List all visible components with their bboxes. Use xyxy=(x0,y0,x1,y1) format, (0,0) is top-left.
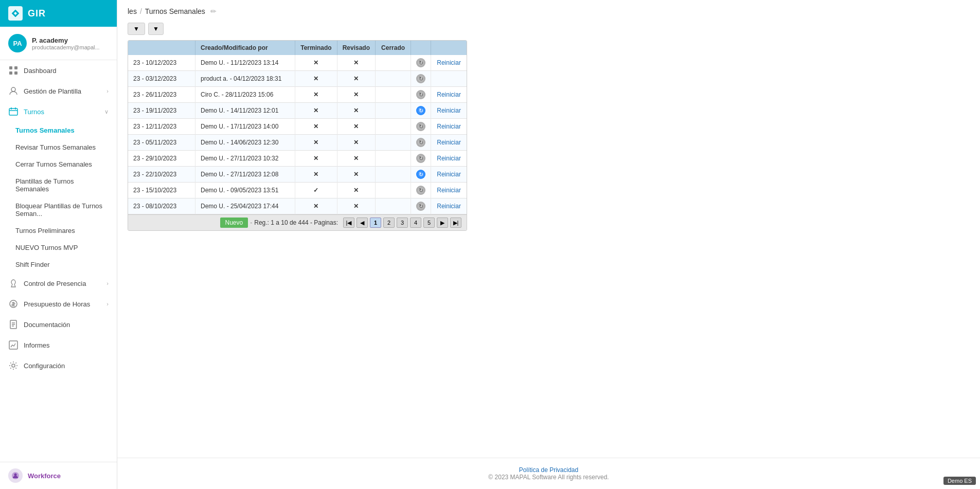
cell-reiniciar xyxy=(431,71,467,87)
sidebar-item-documentacion-label: Documentación xyxy=(24,321,109,329)
sidebar-item-turnos[interactable]: Turnos ∨ xyxy=(0,101,117,122)
cell-reload[interactable]: ↻ xyxy=(411,135,431,151)
cell-terminado: ✕ xyxy=(295,119,337,135)
sidebar: GIR PA P. academy productacademy@mapal..… xyxy=(0,0,117,489)
pagination-page-3[interactable]: 3 xyxy=(397,218,408,228)
revisado-mark: ✕ xyxy=(353,123,359,130)
informes-icon xyxy=(8,340,19,350)
cell-revisado: ✕ xyxy=(337,183,375,198)
sidebar-item-gestion-plantilla[interactable]: Gestión de Plantilla › xyxy=(0,81,117,101)
reiniciar-link[interactable]: Reiniciar xyxy=(437,59,461,66)
sidebar-item-configuracion[interactable]: Configuración xyxy=(0,355,117,376)
cell-revisado: ✕ xyxy=(337,103,375,119)
cell-terminado: ✕ xyxy=(295,55,337,71)
reload-button[interactable]: ↻ xyxy=(416,154,425,163)
reload-button[interactable]: ↻ xyxy=(416,186,425,195)
pagination-page-4[interactable]: 4 xyxy=(410,218,421,228)
reload-button[interactable]: ↻ xyxy=(416,106,425,115)
table-row: 23 - 26/11/2023 Ciro C. - 28/11/2023 15:… xyxy=(128,87,467,103)
reiniciar-link[interactable]: Reiniciar xyxy=(437,91,461,98)
reiniciar-link[interactable]: Reiniciar xyxy=(437,203,461,210)
reiniciar-link[interactable]: Reiniciar xyxy=(437,107,461,114)
reload-button[interactable]: ↻ xyxy=(416,90,425,99)
sidebar-item-cerrar-turnos[interactable]: Cerrar Turnos Semanales xyxy=(0,156,117,173)
sidebar-item-documentacion[interactable]: Documentación xyxy=(0,314,117,335)
reload-button[interactable]: ↻ xyxy=(416,74,425,83)
revisado-mark: ✕ xyxy=(353,59,359,66)
sidebar-item-dashboard[interactable]: Dashboard xyxy=(0,60,117,81)
cell-cerrado xyxy=(376,55,411,71)
reload-button[interactable]: ↻ xyxy=(416,122,425,131)
sidebar-item-dashboard-label: Dashboard xyxy=(24,67,109,75)
cell-reload[interactable]: ↻ xyxy=(411,151,431,167)
reiniciar-link[interactable]: Reiniciar xyxy=(437,139,461,146)
cell-reload[interactable]: ↻ xyxy=(411,119,431,135)
col-header-terminado: Terminado xyxy=(295,41,337,55)
sidebar-footer-workforce[interactable]: Workforce xyxy=(0,462,117,489)
reiniciar-link[interactable]: Reiniciar xyxy=(437,187,461,194)
sidebar-item-informes[interactable]: Informes xyxy=(0,335,117,355)
cell-reiniciar: Reiniciar xyxy=(431,135,467,151)
cell-reload[interactable]: ↻ xyxy=(411,103,431,119)
terminado-mark: ✕ xyxy=(313,171,318,178)
privacy-link[interactable]: Política de Privacidad xyxy=(519,466,578,474)
pagination-prev[interactable]: ◀ xyxy=(357,218,368,228)
pagination-page-2[interactable]: 2 xyxy=(383,218,395,228)
terminado-mark: ✕ xyxy=(313,75,318,82)
pagination-page-5[interactable]: 5 xyxy=(423,218,435,228)
col-header-reiniciar xyxy=(431,41,467,55)
reiniciar-link[interactable]: Reiniciar xyxy=(437,171,461,178)
sidebar-item-gestion-label: Gestión de Plantilla xyxy=(24,87,101,95)
filter-button[interactable]: ▼ xyxy=(128,23,145,35)
reload-button[interactable]: ↻ xyxy=(416,58,425,67)
sidebar-item-plantillas-turnos[interactable]: Plantillas de Turnos Semanales xyxy=(0,173,117,197)
app-name: GIR xyxy=(28,8,46,19)
revisado-mark: ✕ xyxy=(353,91,359,98)
pagination-last[interactable]: ▶| xyxy=(450,218,461,228)
reiniciar-link[interactable]: Reiniciar xyxy=(437,123,461,130)
user-section: PA P. academy productacademy@mapal... xyxy=(0,27,117,60)
cell-reload[interactable]: ↻ xyxy=(411,167,431,183)
sidebar-item-nuevo-turnos-mvp[interactable]: NUEVO Turnos MVP xyxy=(0,239,117,256)
table-row: 23 - 22/10/2023 Demo U. - 27/11/2023 12:… xyxy=(128,167,467,183)
cell-terminado: ✕ xyxy=(295,198,337,214)
sidebar-item-bloquear-plantillas[interactable]: Bloquear Plantillas de Turnos Seman... xyxy=(0,197,117,222)
cell-reiniciar: Reiniciar xyxy=(431,198,467,214)
edit-icon[interactable]: ✏ xyxy=(210,7,217,15)
pagination-next[interactable]: ▶ xyxy=(437,218,448,228)
sidebar-item-control-presencia[interactable]: Control de Presencia › xyxy=(0,273,117,294)
cell-revisado: ✕ xyxy=(337,198,375,214)
reiniciar-link[interactable]: Reiniciar xyxy=(437,155,461,162)
sidebar-item-presupuesto[interactable]: Presupuesto de Horas › xyxy=(0,294,117,314)
reload-button[interactable]: ↻ xyxy=(416,170,425,179)
chevron-right-icon-2: › xyxy=(106,280,109,286)
pagination-page-1[interactable]: 1 xyxy=(370,218,381,228)
pagination-first[interactable]: |◀ xyxy=(343,218,354,228)
cell-reload[interactable]: ↻ xyxy=(411,55,431,71)
control-presencia-icon xyxy=(8,278,19,288)
gestion-icon xyxy=(8,86,19,96)
cell-reiniciar: Reiniciar xyxy=(431,103,467,119)
cell-dates: 23 - 08/10/2023 xyxy=(128,198,195,214)
svg-rect-0 xyxy=(9,66,12,69)
filter-dropdown[interactable]: ▼ xyxy=(148,23,164,35)
svg-rect-8 xyxy=(9,341,17,349)
cell-revisado: ✕ xyxy=(337,151,375,167)
sidebar-item-revisar-turnos[interactable]: Revisar Turnos Semanales xyxy=(0,139,117,156)
cell-cerrado xyxy=(376,198,411,214)
cell-reload[interactable]: ↻ xyxy=(411,183,431,198)
cell-reload[interactable]: ↻ xyxy=(411,198,431,214)
workforce-label: Workforce xyxy=(28,472,61,480)
svg-point-4 xyxy=(11,87,15,92)
cell-dates: 23 - 29/10/2023 xyxy=(128,151,195,167)
cell-terminado: ✕ xyxy=(295,135,337,151)
cell-reload[interactable]: ↻ xyxy=(411,87,431,103)
sidebar-item-turnos-semanales[interactable]: Turnos Semanales xyxy=(0,122,117,139)
sidebar-item-turnos-preliminares[interactable]: Turnos Preliminares xyxy=(0,222,117,239)
sidebar-item-shift-finder[interactable]: Shift Finder xyxy=(0,256,117,273)
revisado-mark: ✕ xyxy=(353,203,359,210)
reload-button[interactable]: ↻ xyxy=(416,202,425,211)
new-button[interactable]: Nuevo xyxy=(220,218,248,228)
cell-reload[interactable]: ↻ xyxy=(411,71,431,87)
reload-button[interactable]: ↻ xyxy=(416,138,425,147)
